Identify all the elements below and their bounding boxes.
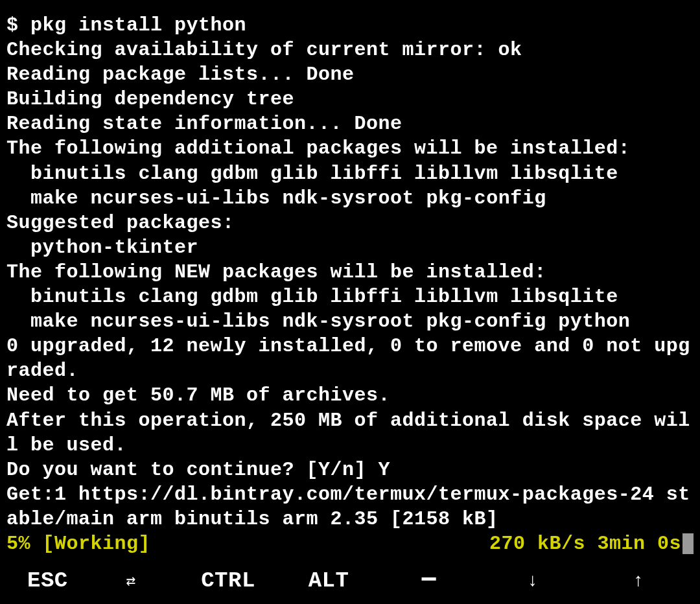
output-line: The following additional packages will b…: [6, 137, 630, 159]
arrow-up-icon: ↑: [633, 571, 644, 591]
tab-key[interactable]: ⇄: [86, 572, 176, 590]
cursor-icon: [682, 533, 694, 554]
output-line: The following NEW packages will be insta…: [6, 261, 546, 283]
alt-key[interactable]: ALT: [280, 568, 377, 593]
arrow-down-key[interactable]: ↓: [481, 571, 585, 591]
output-line: Reading package lists... Done: [6, 64, 355, 86]
output-line: Get:1 https://dl.bintray.com/termux/term…: [6, 483, 690, 530]
arrow-down-icon: ↓: [527, 571, 538, 591]
command-text: pkg install python: [30, 14, 246, 36]
output-line: Checking availability of current mirror:…: [6, 39, 522, 61]
progress-speed-eta: 270 kB/s 3min 0s: [489, 531, 694, 556]
extra-keys-row: ESC ⇄ CTRL ALT − ↓ ↑: [0, 557, 700, 604]
progress-percent: 5% [Working]: [6, 531, 150, 556]
output-line: python-tkinter: [6, 237, 198, 259]
shell-prompt: $: [6, 14, 30, 36]
output-line: Suggested packages:: [6, 212, 235, 234]
output-line: Reading state information... Done: [6, 113, 402, 135]
dash-key[interactable]: −: [377, 564, 481, 597]
output-line: Do you want to continue? [Y/n] Y: [6, 459, 390, 481]
arrow-up-key[interactable]: ↑: [585, 571, 692, 591]
output-line: After this operation, 250 MB of addition…: [6, 410, 690, 456]
download-progress: 5% [Working]270 kB/s 3min 0s: [6, 531, 694, 556]
tab-icon: ⇄: [126, 572, 136, 590]
esc-key[interactable]: ESC: [8, 568, 86, 593]
output-line: 0 upgraded, 12 newly installed, 0 to rem…: [6, 335, 690, 382]
terminal-output[interactable]: $ pkg install python Checking availabili…: [0, 0, 700, 557]
ctrl-key[interactable]: CTRL: [176, 568, 280, 593]
output-line: Building dependency tree: [6, 88, 294, 110]
output-line: binutils clang gdbm glib libffi libllvm …: [6, 286, 618, 308]
output-line: binutils clang gdbm glib libffi libllvm …: [6, 163, 618, 185]
output-line: Need to get 50.7 MB of archives.: [6, 384, 390, 406]
output-line: make ncurses-ui-libs ndk-sysroot pkg-con…: [6, 310, 630, 332]
output-line: make ncurses-ui-libs ndk-sysroot pkg-con…: [6, 187, 546, 209]
